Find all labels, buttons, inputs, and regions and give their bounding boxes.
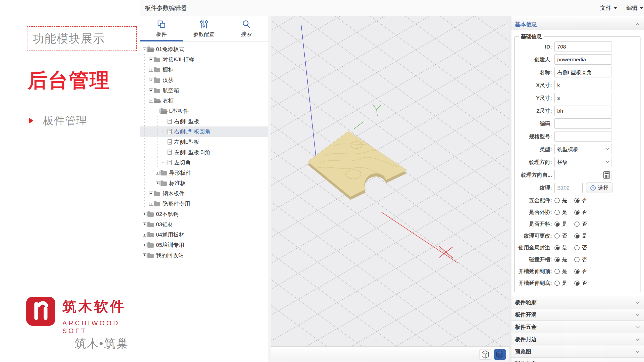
tree-item[interactable]: 左侧L型板圆角 — [140, 147, 268, 157]
tree-item[interactable]: 04通用板材 — [140, 230, 268, 240]
tree-expander-icon[interactable] — [143, 212, 146, 216]
radio-option[interactable]: 否 — [574, 244, 587, 251]
viewport-properties-splitter[interactable] — [509, 16, 511, 362]
tree-item[interactable]: 航空箱 — [140, 85, 268, 96]
radio-icon[interactable] — [554, 233, 560, 239]
radio-option[interactable]: 否 — [574, 209, 587, 216]
radio-option[interactable]: 是 — [554, 244, 567, 251]
tree-item[interactable]: 03铝材 — [140, 219, 268, 230]
panel-splitter[interactable] — [268, 16, 271, 362]
tree-expander-icon[interactable] — [149, 68, 153, 72]
tree-expander-icon[interactable] — [149, 88, 153, 92]
accordion-section-header[interactable]: 板件封边 — [511, 333, 644, 345]
radio-icon[interactable] — [554, 257, 560, 262]
radio-option[interactable]: 是 — [554, 197, 567, 204]
tree-expander-icon[interactable] — [156, 109, 159, 113]
tree-expander-icon[interactable] — [149, 202, 153, 206]
calculator-icon[interactable] — [603, 171, 610, 180]
radio-icon[interactable] — [574, 221, 580, 227]
radio-option[interactable]: 是 — [554, 268, 567, 275]
tree-item[interactable]: 02不锈钢 — [140, 209, 268, 219]
radio-option[interactable]: 是 — [554, 220, 567, 228]
tab-search[interactable]: 搜索 — [225, 16, 268, 41]
text-input[interactable] — [554, 118, 612, 129]
tree-expander-icon[interactable] — [149, 58, 153, 61]
tree-item[interactable]: 汉莎 — [140, 75, 268, 85]
radio-option[interactable]: 是 — [554, 256, 567, 263]
text-input[interactable] — [554, 80, 612, 90]
accordion-section-header[interactable]: 板件轮廓 — [511, 296, 644, 308]
tree-item[interactable]: L型板件 — [140, 106, 268, 116]
radio-option[interactable]: 否 — [574, 256, 587, 263]
text-input[interactable] — [554, 131, 612, 142]
shaded-view-button[interactable] — [494, 349, 506, 360]
section-basic-info-header[interactable]: 基本信息 — [511, 19, 644, 30]
radio-icon[interactable] — [554, 269, 560, 274]
texture-input[interactable] — [554, 183, 583, 193]
menu-item[interactable]: 文件 — [600, 4, 617, 12]
select-dropdown[interactable]: 铣型横板 — [554, 144, 612, 154]
radio-icon[interactable] — [574, 245, 580, 250]
text-input[interactable] — [554, 67, 612, 77]
tree-expander-icon[interactable] — [143, 253, 146, 257]
tree-item[interactable]: 标准板 — [140, 178, 268, 188]
radio-icon[interactable] — [554, 210, 560, 215]
tree-expander-icon[interactable] — [156, 181, 159, 185]
tree-item[interactable]: 橱柜 — [140, 65, 268, 75]
radio-option[interactable]: 是 — [554, 209, 567, 216]
text-input[interactable] — [554, 41, 612, 52]
tree-expander-icon[interactable] — [143, 243, 146, 247]
tree-item[interactable]: 钢木板件 — [140, 188, 268, 199]
menu-item[interactable]: 编辑 — [626, 4, 643, 12]
accordion-section-header[interactable]: 板件开洞 — [511, 308, 644, 321]
radio-icon[interactable] — [574, 210, 580, 215]
radio-icon[interactable] — [554, 245, 560, 250]
tree-item[interactable]: 01免漆板式 — [140, 44, 268, 54]
text-input[interactable] — [554, 54, 612, 65]
tree-expander-icon[interactable] — [143, 233, 146, 237]
radio-option[interactable]: 否 — [574, 197, 587, 204]
tab-panels[interactable]: 板件 — [140, 16, 183, 41]
tree-item[interactable]: 右侧L型板圆角 — [140, 126, 268, 137]
radio-option[interactable]: 否 — [574, 280, 587, 287]
tree-expander-icon[interactable] — [156, 171, 159, 175]
radio-option[interactable]: 是 — [554, 280, 567, 287]
tree-item[interactable]: 左侧L型板 — [140, 137, 268, 147]
accordion-section-header[interactable]: 附件信息 — [511, 357, 644, 362]
texture-choose-button[interactable]: 选择 — [586, 183, 613, 193]
tree-item[interactable]: 隐形件专用 — [140, 199, 268, 209]
tree-item[interactable]: 05培训专用 — [140, 240, 268, 250]
tree-expander-icon[interactable] — [149, 192, 153, 195]
tree-expander-icon[interactable] — [149, 78, 153, 82]
tree-item[interactable]: 异形板件 — [140, 168, 268, 178]
radio-option[interactable]: 是 — [574, 232, 587, 239]
radio-icon[interactable] — [574, 198, 580, 203]
tree-item[interactable]: 右侧L型板 — [140, 116, 268, 126]
radio-option[interactable]: 否 — [574, 268, 587, 275]
radio-option[interactable]: 否 — [554, 232, 567, 239]
tree-item[interactable]: 衣柜 — [140, 96, 268, 106]
tab-parameter-config[interactable]: 参数配置 — [183, 16, 225, 41]
accordion-section-header[interactable]: 板件五金 — [511, 321, 644, 333]
select-dropdown[interactable]: 横纹 — [554, 157, 612, 167]
tree-item[interactable]: 我的回收站 — [140, 250, 268, 260]
tree-item[interactable]: 左切角 — [140, 157, 268, 168]
3d-viewport[interactable] — [271, 16, 509, 346]
radio-icon[interactable] — [574, 281, 580, 286]
tree-expander-icon[interactable] — [149, 99, 153, 103]
radio-icon[interactable] — [574, 233, 580, 239]
wireframe-view-button[interactable] — [479, 349, 491, 360]
text-input[interactable] — [554, 106, 612, 116]
accordion-section-header[interactable]: 预览图 — [511, 345, 644, 357]
radio-icon[interactable] — [574, 257, 580, 262]
radio-icon[interactable] — [574, 269, 580, 274]
tree-expander-icon[interactable] — [143, 47, 146, 51]
radio-icon[interactable] — [554, 281, 560, 286]
tree-item[interactable]: 对接KJL打样 — [140, 54, 268, 65]
tree-expander-icon[interactable] — [143, 222, 146, 226]
radio-icon[interactable] — [554, 221, 560, 227]
radio-icon[interactable] — [554, 198, 560, 203]
text-input[interactable] — [554, 93, 612, 103]
menu-bar: 文件 编辑 — [600, 4, 644, 12]
radio-option[interactable]: 否 — [574, 220, 587, 228]
